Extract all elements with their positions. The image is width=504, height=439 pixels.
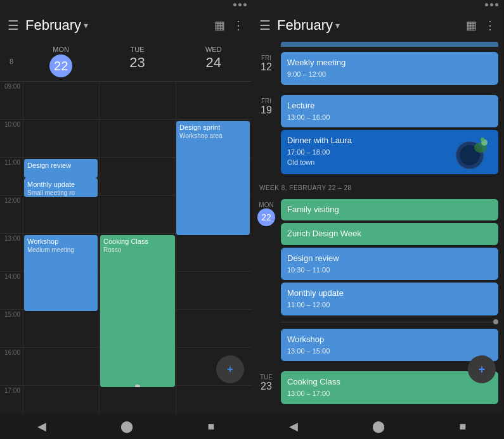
- cell-wed-14[interactable]: [176, 272, 252, 309]
- top-bar-right: ☰ February ▾ ▦ ⋮: [252, 9, 503, 42]
- menu-icon-left[interactable]: ☰: [8, 18, 19, 33]
- top-icons-left: ▦ ⋮: [214, 18, 244, 32]
- event-cooking-class-sched[interactable]: Cooking Class 13:00 – 17:00: [281, 371, 498, 404]
- cooking-class-sched-time: 13:00 – 17:00: [287, 389, 492, 398]
- top-icons-right: ▦ ⋮: [466, 18, 496, 32]
- cell-wed-9[interactable]: [176, 82, 252, 119]
- cell-tue-11[interactable]: [99, 158, 175, 195]
- cell-tue-9[interactable]: [99, 82, 175, 119]
- day-col-mon[interactable]: MON 22: [23, 42, 99, 81]
- cell-mon-15[interactable]: [23, 310, 99, 347]
- cell-wed-17[interactable]: [176, 386, 252, 414]
- svg-point-5: [481, 137, 484, 141]
- recents-button-right[interactable]: ■: [459, 420, 466, 433]
- day-abbr-fri12: FRI: [261, 54, 271, 61]
- week-header: 8 MON 22 TUE 23 WED 24: [0, 42, 252, 82]
- event-monthly-update-sub: Small meeting ro: [27, 189, 94, 197]
- time-1700: 17:00: [0, 386, 23, 414]
- event-design-review-sched[interactable]: Design review 10:30 – 11:00: [281, 248, 498, 281]
- cell-tue-10[interactable]: [99, 120, 175, 157]
- date-num-tue23: 23: [261, 381, 272, 392]
- home-button-right[interactable]: ⬤: [372, 419, 385, 433]
- schedule-fri-12: FRI 12 Weekly meeting 9:00 – 12:00: [252, 47, 503, 90]
- more-icon-right[interactable]: ⋮: [484, 18, 496, 32]
- day-number-mon: 22: [49, 54, 72, 77]
- event-dinner-laura[interactable]: Dinner with Laura 17:00 – 18:00 Old town: [281, 130, 498, 174]
- event-workshop-sched[interactable]: Workshop 13:00 – 15:00: [281, 329, 498, 362]
- event-zurich-design[interactable]: Zurich Design Week: [281, 223, 498, 245]
- day-number-wed: 24: [176, 54, 252, 71]
- week-number: 8: [10, 58, 13, 65]
- event-monthly-update[interactable]: Monthly update Small meeting ro: [24, 178, 98, 197]
- day-col-tue[interactable]: TUE 23: [99, 42, 175, 81]
- week-num-col: 8: [0, 42, 23, 81]
- event-workshop[interactable]: Workshop Medium meeting: [24, 235, 98, 311]
- date-col-mon22: MON 22: [257, 196, 276, 226]
- time-1400: 14:00: [0, 272, 23, 309]
- event-design-sprint[interactable]: Design sprint Workshop area: [176, 121, 250, 235]
- schedule-fri-19: FRI 19 Lecture 13:00 – 16:00 Dinner with…: [252, 90, 503, 180]
- weekly-meeting-time: 9:00 – 12:00: [287, 70, 492, 79]
- date-col-fri12: FRI 12: [257, 49, 276, 73]
- lecture-time: 13:00 – 16:00: [287, 113, 492, 122]
- cell-mon-9[interactable]: [23, 82, 99, 119]
- more-icon-left[interactable]: ⋮: [233, 18, 244, 32]
- day-col-wed[interactable]: WED 24: [176, 42, 252, 81]
- calendar-icon-left[interactable]: ▦: [214, 18, 225, 32]
- event-family-visiting[interactable]: Family visiting: [281, 199, 498, 220]
- dinner-laura-photo: [448, 130, 498, 174]
- time-1000: 10:00: [0, 120, 23, 157]
- time-1100: 11:00: [0, 158, 23, 195]
- date-col-workshop: [257, 326, 276, 331]
- drag-handle[interactable]: [135, 385, 140, 387]
- back-button-left[interactable]: ◀: [37, 419, 46, 433]
- calendar-icon-right[interactable]: ▦: [466, 18, 477, 32]
- events-fri12: Weekly meeting 9:00 – 12:00: [281, 49, 498, 87]
- cell-wed-13[interactable]: [176, 234, 252, 271]
- bottom-nav-right: ◀ ⬤ ■: [252, 414, 503, 439]
- event-monthly-update-sched[interactable]: Monthly update 11:00 – 12:00: [281, 283, 498, 315]
- event-design-sprint-title: Design sprint: [179, 123, 247, 132]
- back-button-right[interactable]: ◀: [289, 419, 298, 433]
- day-abbr-mon22: MON: [259, 201, 273, 208]
- family-visiting-title: Family visiting: [287, 204, 492, 215]
- monthly-update-sched-title: Monthly update: [287, 288, 492, 299]
- cell-mon-12[interactable]: [23, 196, 99, 233]
- left-panel: ☰ February ▾ ▦ ⋮ 8 MON 22 TUE 23: [0, 0, 252, 439]
- menu-icon-right[interactable]: ☰: [259, 18, 271, 33]
- cell-mon-10[interactable]: [23, 120, 99, 157]
- day-abbr-tue23: TUE: [260, 374, 273, 381]
- time-1200: 12:00: [0, 196, 23, 233]
- right-panel: ☰ February ▾ ▦ ⋮ FRI 12 W: [252, 0, 503, 439]
- bottom-nav-left: ◀ ⬤ ■: [0, 414, 252, 439]
- top-bar-left: ☰ February ▾ ▦ ⋮: [0, 9, 252, 42]
- day-number-tue: 23: [99, 54, 175, 71]
- event-cooking-class[interactable]: Cooking Class Rosso: [100, 235, 175, 387]
- event-lecture[interactable]: Lecture 13:00 – 16:00: [281, 95, 498, 128]
- event-weekly-meeting[interactable]: Weekly meeting 9:00 – 12:00: [281, 52, 498, 85]
- cell-tue-12[interactable]: [99, 196, 175, 233]
- day-label-wed: WED: [176, 46, 252, 53]
- event-design-review[interactable]: Design review: [24, 159, 98, 178]
- divider-dot: [493, 319, 498, 324]
- dinner-laura-text: Dinner with Laura 17:00 – 18:00 Old town: [281, 130, 443, 174]
- chevron-right[interactable]: ▾: [335, 20, 340, 30]
- dinner-laura-loc: Old town: [287, 158, 436, 167]
- date-num-fri12: 12: [261, 61, 272, 73]
- schedule-list: FRI 12 Weekly meeting 9:00 – 12:00 FRI 1…: [252, 42, 503, 414]
- cell-mon-17[interactable]: [23, 386, 99, 414]
- event-workshop-sub: Medium meeting: [27, 246, 94, 254]
- day-label-tue: TUE: [99, 46, 175, 53]
- time-1500: 15:00: [0, 310, 23, 347]
- fab-left[interactable]: +: [216, 355, 244, 383]
- home-button-left[interactable]: ⬤: [120, 419, 133, 433]
- cell-tue-17[interactable]: [99, 386, 175, 414]
- schedule-workshop: Workshop 13:00 – 15:00: [252, 324, 503, 367]
- fab-right[interactable]: +: [468, 355, 496, 383]
- recents-button-left[interactable]: ■: [207, 420, 214, 433]
- month-title-left: February: [25, 17, 81, 34]
- chevron-left[interactable]: ▾: [84, 20, 88, 30]
- cell-mon-16[interactable]: [23, 348, 99, 385]
- cell-wed-15[interactable]: [176, 310, 252, 347]
- status-bar-right: [252, 0, 503, 9]
